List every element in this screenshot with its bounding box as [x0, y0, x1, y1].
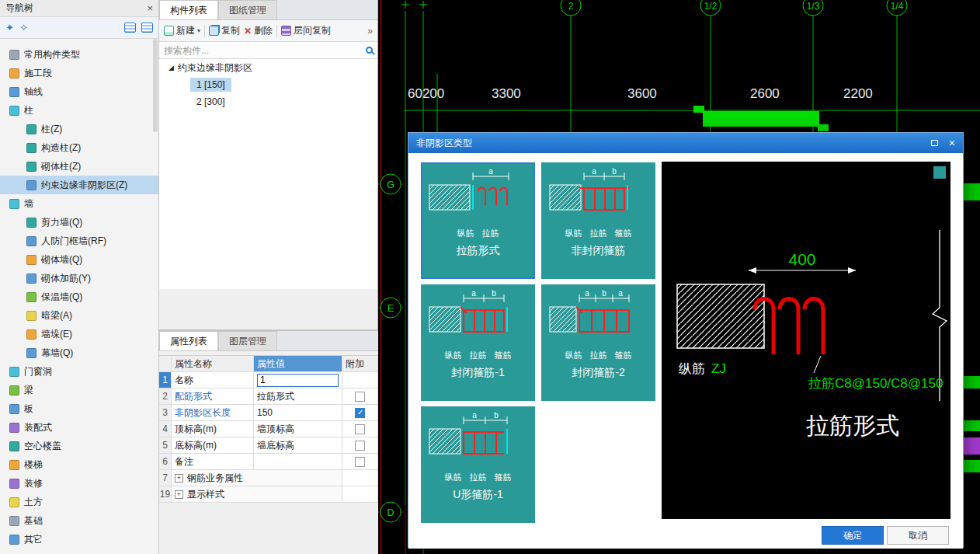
property-row-rebar-form[interactable]: 2 配筋形式 拉筋形式	[159, 388, 378, 405]
nav-item-label: 剪力墙(Q)	[41, 216, 82, 229]
tab-property-list[interactable]: 属性列表	[159, 331, 218, 350]
earthwork-icon	[9, 497, 19, 507]
ok-button[interactable]: 确定	[822, 526, 884, 545]
nav-item-hollow-floor[interactable]: 空心楼盖	[0, 437, 158, 455]
nav-item-concealed-beam[interactable]: 暗梁(A)	[0, 306, 158, 325]
name-value-input[interactable]	[257, 374, 339, 387]
column-group-icon	[9, 106, 19, 116]
attach-checkbox[interactable]	[355, 408, 365, 418]
card-non-closed-stirrup[interactable]: a b 纵筋拉筋箍筋 非封闭箍筋	[541, 162, 655, 279]
nav-item-label: 空心楼盖	[24, 440, 61, 453]
search-icon[interactable]	[366, 47, 373, 54]
axis-bubble-label: 2	[568, 1, 574, 12]
property-row-zone-length[interactable]: 3 非阴影区长度 150	[159, 405, 378, 421]
card-closed-stirrup-2[interactable]: a b a 纵筋拉筋箍筋 封闭箍筋-2	[541, 284, 655, 401]
nav-item-label: 板	[24, 402, 33, 416]
type-preview: 400 纵筋 ZJ 拉筋C8@150/C8@150 拉筋形式	[662, 162, 950, 519]
nav-item-masonry-wall[interactable]: 砌体墙(Q)	[0, 250, 158, 269]
nav-item-construction-section[interactable]: 施工段	[0, 64, 158, 82]
nav-item-shear-wall[interactable]: 剪力墙(Q)	[0, 213, 158, 232]
nav-item-column-z[interactable]: 柱(Z)	[0, 120, 158, 138]
nav-item-slab[interactable]: 板	[0, 399, 158, 418]
card-diagram: a	[425, 166, 531, 227]
nav-item-wall-pier[interactable]: 墙垛(E)	[0, 325, 158, 343]
foundation-icon	[9, 516, 19, 526]
search-input[interactable]	[164, 45, 366, 56]
minimize-icon[interactable]	[931, 140, 938, 146]
preview-corner-swatch-icon[interactable]	[933, 166, 946, 179]
tab-component-list[interactable]: 构件列表	[159, 0, 218, 19]
nav-item-structural-column[interactable]: 构造柱(Z)	[0, 138, 158, 157]
nav-item-masonry-reinforcement[interactable]: 砌体加筋(Y)	[0, 269, 158, 287]
component-tree-root[interactable]: ◢约束边缘非阴影区	[159, 59, 377, 76]
list-view-icon[interactable]	[124, 23, 136, 33]
header-attach: 附加	[342, 356, 378, 372]
card-view-icon[interactable]	[141, 23, 153, 33]
property-row-name[interactable]: 1 名称	[159, 372, 378, 388]
nav-item-foundation[interactable]: 基础	[0, 511, 158, 530]
nav-item-earthwork[interactable]: 土方	[0, 493, 158, 511]
svg-text:a: a	[488, 167, 493, 176]
nav-item-curtain-wall[interactable]: 幕墙(Q)	[0, 343, 158, 362]
interlayer-copy-button[interactable]: 层间复制	[281, 24, 331, 37]
tab-drawing-management[interactable]: 图纸管理	[218, 0, 277, 19]
masonry-reinforcement-icon	[26, 274, 36, 284]
attach-checkbox[interactable]	[355, 441, 365, 451]
nav-item-label: 人防门框墙(RF)	[41, 235, 106, 248]
attach-checkbox[interactable]	[355, 392, 365, 402]
nav-item-common-component-types[interactable]: 常用构件类型	[0, 45, 158, 64]
nav-item-masonry-column[interactable]: 砌体柱(Z)	[0, 157, 158, 176]
shear-wall-icon	[26, 218, 36, 228]
expand-triangle-icon[interactable]: ◢	[169, 64, 174, 71]
svg-text:2200: 2200	[843, 86, 873, 101]
property-group-display-style[interactable]: 19 显示样式	[159, 486, 378, 503]
nav-close-icon[interactable]: ×	[147, 3, 153, 13]
expand-plus-icon[interactable]	[175, 474, 183, 483]
dropdown-arrow-icon[interactable]: ▾	[197, 27, 200, 34]
nav-item-insulation-wall[interactable]: 保温墙(Q)	[0, 287, 158, 306]
new-button[interactable]: 新建▾	[164, 24, 200, 37]
component-item-2-300[interactable]: 2 [300]	[159, 93, 377, 110]
nav-item-civil-defense-door-frame-wall[interactable]: 人防门框墙(RF)	[0, 232, 158, 250]
property-group-rebar-business[interactable]: 7 钢筋业务属性	[159, 470, 378, 486]
attach-checkbox[interactable]	[355, 457, 365, 467]
toolbar-overflow-icon[interactable]: »	[367, 26, 373, 37]
card-u-shaped-stirrup-1[interactable]: a b 纵筋拉筋箍筋 U形箍筋-1	[421, 406, 535, 523]
nav-item-beam[interactable]: 梁	[0, 381, 158, 399]
nav-item-column-group[interactable]: 柱	[0, 101, 158, 120]
property-row-top-elevation[interactable]: 4 顶标高(m) 墙顶标高	[159, 421, 378, 437]
preview-canvas: 400 纵筋 ZJ 拉筋C8@150/C8@150 拉筋形式	[662, 162, 950, 519]
nav-item-label: 墙	[24, 197, 33, 211]
close-icon[interactable]: ×	[949, 138, 955, 148]
pushpin-icon[interactable]: ✦	[5, 23, 14, 33]
cancel-button[interactable]: 取消	[887, 526, 949, 545]
nav-item-label: 砌体加筋(Y)	[41, 272, 91, 285]
component-item-1-150[interactable]: 1 [150]	[159, 76, 377, 93]
card-tie-rebar-form[interactable]: a 纵筋拉筋 拉筋形式	[421, 162, 535, 279]
copy-button[interactable]: 复制	[209, 24, 240, 37]
nav-item-label: 土方	[24, 496, 43, 509]
nav-item-constrained-edge-non-shadow[interactable]: 约束边缘非阴影区(Z)	[0, 176, 158, 194]
nav-item-label: 保温墙(Q)	[41, 291, 82, 304]
card-diagram: a b	[545, 166, 652, 227]
nav-item-wall-group[interactable]: 墙	[0, 194, 158, 213]
delete-button[interactable]: ✕删除	[244, 24, 273, 37]
property-row-remark[interactable]: 6 备注	[159, 454, 378, 470]
attach-checkbox[interactable]	[355, 424, 365, 434]
nav-item-prefabricated[interactable]: 装配式	[0, 418, 158, 437]
nav-item-door-window-opening[interactable]: 门窗洞	[0, 362, 158, 381]
link-icon[interactable]: ✧	[19, 23, 28, 33]
nav-item-decoration[interactable]: 装修	[0, 474, 158, 493]
dialog-title: 非阴影区类型	[416, 137, 472, 150]
tab-layer-management[interactable]: 图层管理	[218, 331, 277, 350]
card-closed-stirrup-1[interactable]: a b 纵筋拉筋箍筋 封闭箍筋-1	[421, 284, 535, 401]
door-window-icon	[9, 367, 19, 377]
nav-scrollbar[interactable]	[153, 39, 158, 132]
nav-item-other[interactable]: 其它	[0, 530, 158, 549]
header-property-value[interactable]: 属性值	[254, 356, 342, 372]
nav-item-axis[interactable]: 轴线	[0, 82, 158, 101]
expand-plus-icon[interactable]	[175, 490, 183, 499]
property-row-bottom-elevation[interactable]: 5 底标高(m) 墙底标高	[159, 437, 378, 454]
dialog-titlebar[interactable]: 非阴影区类型 ×	[408, 133, 963, 153]
nav-item-stairs[interactable]: 楼梯	[0, 455, 158, 474]
